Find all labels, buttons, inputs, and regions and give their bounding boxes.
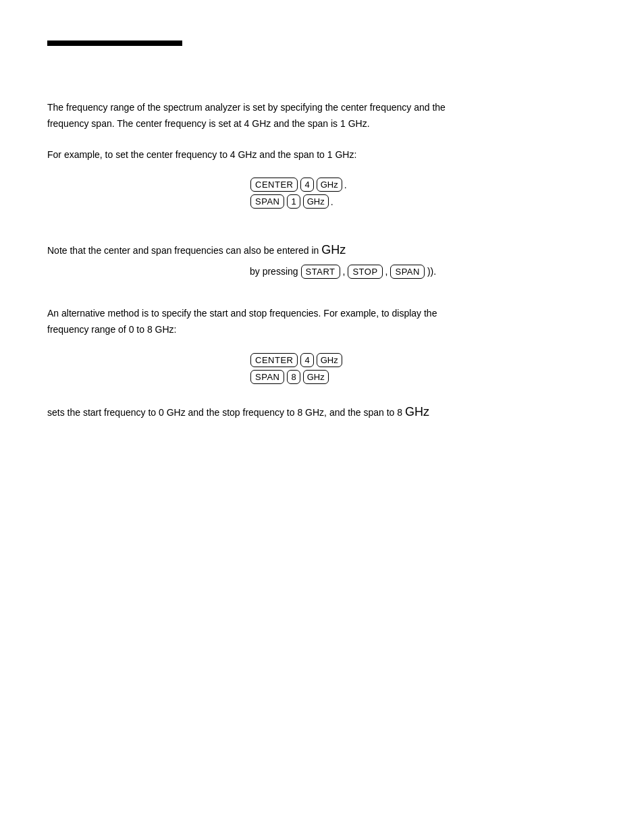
close-paren-text: )). [427,266,436,277]
num-4-button-2[interactable]: 4 [300,353,313,367]
period-2: . [331,196,333,207]
header-bar [47,40,182,46]
num-4-button-1[interactable]: 4 [300,178,313,192]
paragraph5: An alternative method is to specify the … [47,306,597,338]
ghz-button-2[interactable]: GHz [303,194,329,209]
paragraph6: sets the start frequency to 0 GHz and th… [47,402,597,423]
paragraph5-text: An alternative method is to specify the … [47,308,437,319]
page-container: The frequency range of the spectrum anal… [0,0,644,839]
paragraph6-text: sets the start frequency to 0 GHz and th… [47,407,405,418]
section1-buttons: CENTER 4 GHz . SPAN 1 GHz . [250,178,597,209]
span-freq-line2: SPAN 8 GHz [250,370,597,384]
start-button[interactable]: START [301,265,340,279]
paragraph1-text: The frequency range of the spectrum anal… [47,102,446,113]
paragraph2-text: For example, to set the center frequency… [47,149,356,160]
note-paragraph: Note that the center and span frequencie… [47,240,597,261]
note-text-before: Note that the center and span frequencie… [47,245,319,256]
center-button[interactable]: CENTER [250,178,298,192]
ghz-button-1[interactable]: GHz [317,178,342,192]
center-button-2[interactable]: CENTER [250,353,298,367]
ghz-large-2: GHz [405,405,429,418]
span-button-2[interactable]: SPAN [250,370,284,384]
ghz-button-3[interactable]: GHz [317,353,342,367]
center-freq-line2: CENTER 4 GHz [250,353,597,367]
num-8-button[interactable]: 8 [287,370,300,384]
num-1-button[interactable]: 1 [287,194,300,209]
comma2-text: , [385,266,388,277]
stop-button[interactable]: STOP [348,265,382,279]
paragraph5-text2: frequency range of 0 to 8 GHz: [47,324,176,335]
paragraph1: The frequency range of the spectrum anal… [47,100,597,132]
center-freq-line: CENTER 4 GHz . [250,178,597,192]
paragraph2: For example, to set the center frequency… [47,147,597,163]
comma-text: , [343,266,346,277]
span-freq-line: SPAN 1 GHz . [250,194,597,209]
by-pressing-text: by pressing [250,266,298,277]
span-button-1[interactable]: SPAN [250,194,284,209]
ghz-button-4[interactable]: GHz [303,370,329,384]
section2-buttons: CENTER 4 GHz SPAN 8 GHz [250,353,597,384]
paragraph1-text2: frequency span. The center frequency is … [47,118,370,129]
ghz-large-label: GHz [321,243,346,256]
inline-buttons-row: by pressing START , STOP , SPAN )). [250,265,597,279]
period-1: . [344,180,347,190]
span-button-inline[interactable]: SPAN [390,265,424,279]
